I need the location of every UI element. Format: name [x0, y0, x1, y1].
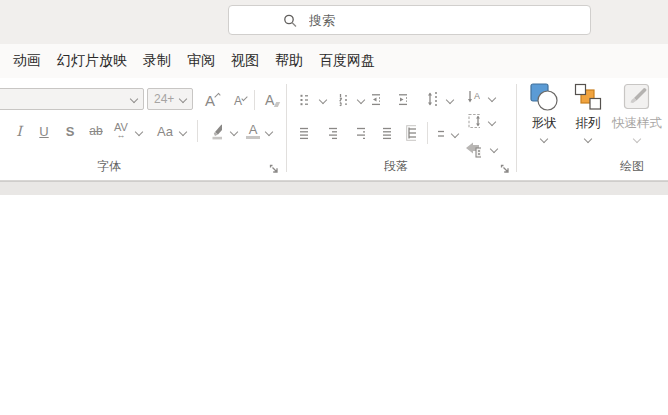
text-shadow-button[interactable]: S	[61, 120, 79, 142]
font-name-combobox[interactable]	[0, 88, 144, 110]
increase-indent-icon	[399, 93, 407, 107]
bullets-button[interactable]	[294, 91, 314, 109]
italic-button[interactable]: I	[10, 120, 28, 142]
decrease-indent-button[interactable]	[366, 91, 386, 109]
search-input[interactable]	[307, 12, 590, 29]
justify-button[interactable]	[377, 125, 397, 141]
grow-font-button[interactable]: A	[199, 88, 225, 112]
chevron-down-icon[interactable]	[488, 94, 496, 102]
slide-canvas[interactable]	[0, 195, 668, 415]
quick-styles-icon	[622, 82, 652, 112]
presentation-app-window: 动画 幻灯片放映 录制 审阅 视图 帮助 百度网盘 24+ A A A	[0, 0, 668, 415]
chevron-down-icon	[179, 95, 187, 103]
clear-format-letter: A	[265, 92, 274, 108]
text-direction-icon: A	[466, 90, 480, 106]
numbered-list-icon	[339, 93, 347, 107]
smartart-icon	[465, 141, 481, 158]
chevron-down-icon[interactable]	[230, 128, 238, 136]
decrease-indent-icon	[372, 93, 380, 107]
increase-indent-button[interactable]	[393, 91, 413, 109]
quick-styles-label: 快速样式	[612, 115, 662, 132]
tab-view[interactable]: 视图	[231, 52, 259, 70]
distributed-align-icon	[406, 125, 416, 141]
justify-icon	[383, 127, 391, 140]
ribbon: 24+ A A A I U S ab AV ↔ Aa	[0, 78, 668, 181]
strikethrough-letters: ab	[89, 124, 102, 138]
font-size-combobox[interactable]: 24+	[147, 88, 193, 110]
tab-animations[interactable]: 动画	[13, 52, 41, 70]
chevron-down-icon	[540, 135, 548, 143]
line-spacing-button[interactable]	[421, 89, 443, 109]
arrange-button[interactable]: 排列	[565, 82, 611, 154]
chevron-down-icon	[130, 95, 138, 103]
numbering-button[interactable]	[333, 91, 353, 109]
align-text-icon	[468, 113, 480, 129]
shapes-label: 形状	[532, 115, 557, 132]
columns-icon	[438, 129, 444, 139]
shrink-font-letter: A	[234, 94, 242, 108]
dialog-launcher-icon	[269, 164, 279, 174]
paragraph-dialog-launcher[interactable]	[500, 162, 510, 177]
ribbon-tab-row: 动画 幻灯片放映 录制 审阅 视图 帮助 百度网盘	[0, 44, 668, 78]
highlighter-pen-icon	[210, 122, 222, 140]
font-color-button[interactable]: A	[243, 119, 263, 143]
grow-font-letter: A	[205, 92, 215, 109]
line-spacing-icon	[427, 91, 437, 107]
shrink-font-button[interactable]: A	[228, 90, 252, 112]
chevron-down-icon[interactable]	[357, 96, 365, 104]
search-box[interactable]	[228, 5, 591, 35]
tab-help[interactable]: 帮助	[275, 52, 303, 70]
underline-button[interactable]: U	[35, 120, 53, 142]
clear-formatting-button[interactable]: A	[259, 88, 285, 112]
columns-button[interactable]	[432, 127, 450, 141]
tab-baidu-netdisk[interactable]: 百度网盘	[319, 52, 375, 70]
chevron-up-icon	[214, 93, 220, 99]
paragraph-group-label: 段落	[384, 158, 408, 175]
chevron-down-icon[interactable]	[488, 118, 496, 126]
distributed-align-button[interactable]	[400, 123, 422, 143]
arrange-label: 排列	[576, 115, 601, 132]
chevron-down-icon	[241, 95, 247, 101]
shapes-icon	[529, 82, 559, 112]
slide-area-margin	[0, 181, 668, 195]
shadow-letter: S	[66, 124, 75, 139]
tab-review[interactable]: 审阅	[187, 52, 215, 70]
convert-to-smartart-button[interactable]	[459, 140, 487, 158]
align-right-button[interactable]	[351, 125, 371, 141]
chevron-down-icon[interactable]	[451, 130, 459, 138]
chevron-down-icon[interactable]	[179, 128, 187, 136]
chevron-down-icon[interactable]	[319, 96, 327, 104]
align-right-icon	[357, 127, 365, 140]
chevron-down-icon[interactable]	[135, 128, 143, 136]
svg-text:A: A	[474, 91, 480, 101]
drawing-group-label: 绘图	[620, 158, 644, 175]
quick-styles-button[interactable]: 快速样式	[608, 82, 666, 154]
change-case-button[interactable]: Aa	[153, 120, 177, 142]
dialog-launcher-icon	[500, 164, 510, 174]
strikethrough-button[interactable]: ab	[85, 120, 107, 142]
align-center-button[interactable]	[323, 125, 343, 141]
change-case-letters: Aa	[157, 124, 173, 139]
search-icon	[283, 13, 298, 28]
font-dialog-launcher[interactable]	[269, 162, 279, 177]
highlight-color-button[interactable]	[204, 118, 228, 144]
character-spacing-icon: AV ↔	[114, 122, 128, 140]
shapes-button[interactable]: 形状	[521, 82, 567, 154]
font-group-label: 字体	[97, 158, 121, 175]
align-left-icon	[300, 127, 308, 140]
font-color-icon: A	[246, 123, 260, 139]
chevron-down-icon[interactable]	[446, 96, 454, 104]
font-size-value: 24+	[154, 92, 174, 106]
align-text-button[interactable]	[462, 112, 486, 130]
bullet-list-icon	[300, 93, 308, 107]
title-bar	[0, 0, 668, 44]
character-spacing-button[interactable]: AV ↔	[110, 118, 132, 144]
italic-letter: I	[16, 123, 22, 139]
chevron-down-icon[interactable]	[265, 128, 273, 136]
chevron-down-icon[interactable]	[490, 145, 498, 153]
tab-slideshow[interactable]: 幻灯片放映	[57, 52, 127, 70]
align-left-button[interactable]	[294, 125, 314, 141]
tab-record[interactable]: 录制	[143, 52, 171, 70]
chevron-down-icon	[584, 135, 592, 143]
text-direction-button[interactable]: A	[460, 89, 486, 107]
